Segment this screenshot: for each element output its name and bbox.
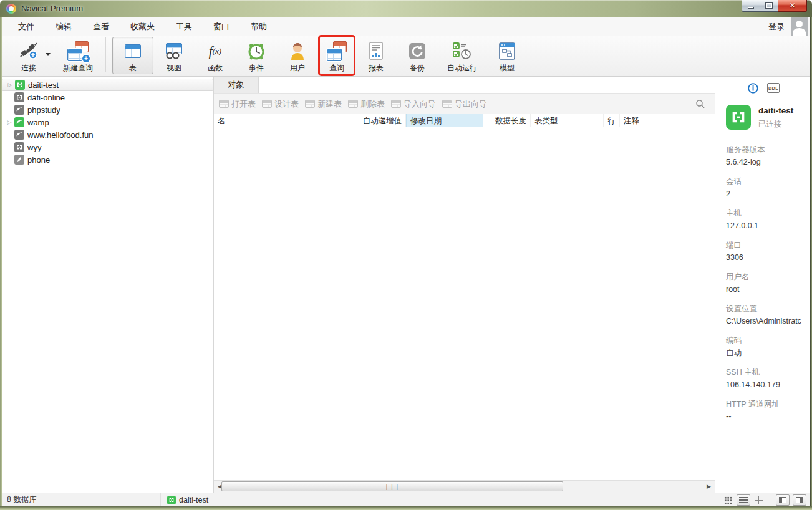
- users-label: 用户: [290, 63, 305, 74]
- new-query-icon: +: [67, 41, 89, 61]
- menu-file[interactable]: 文件: [11, 18, 42, 36]
- tree-item-hellofood[interactable]: www.hellofood.fun: [2, 128, 213, 141]
- column-name[interactable]: 名: [214, 114, 346, 127]
- minimize-button[interactable]: [742, 0, 760, 12]
- objects-panel: 对象 打开表 设计表 新建表 删除表: [214, 77, 715, 493]
- delete-table-icon: [348, 100, 358, 108]
- user-avatar-icon[interactable]: [791, 17, 808, 36]
- users-button[interactable]: 用户: [277, 37, 318, 74]
- horizontal-scrollbar[interactable]: ◀ ❘❘❘ ▶: [214, 480, 715, 493]
- title-bar: Navicat Premium ✕: [0, 0, 812, 17]
- new-table-icon: [305, 100, 315, 108]
- design-table-button[interactable]: 设计表: [262, 99, 299, 110]
- menu-bar: 文件 编辑 查看 收藏夹 工具 窗口 帮助 登录: [2, 17, 810, 36]
- prop-host: 主机 127.0.0.1: [726, 207, 810, 232]
- scroll-right-icon[interactable]: ▶: [704, 482, 713, 491]
- tables-icon: [125, 41, 141, 61]
- mysql-connection-icon: [14, 117, 24, 127]
- connect-dropdown-icon[interactable]: [46, 53, 51, 56]
- list-view-button[interactable]: [737, 494, 750, 506]
- backup-label: 备份: [410, 63, 425, 74]
- menu-tools[interactable]: 工具: [168, 18, 200, 36]
- detail-view-icon: [755, 496, 763, 504]
- sqlite-connection-icon: [14, 155, 24, 165]
- login-link[interactable]: 登录: [768, 21, 785, 32]
- scrollbar-thumb[interactable]: ❘❘❘: [221, 481, 563, 491]
- views-button[interactable]: 视图: [153, 37, 195, 74]
- design-table-icon: [262, 100, 272, 108]
- column-modify-date[interactable]: 修改日期: [406, 114, 483, 127]
- tree-item-wamp[interactable]: ▷ wamp: [2, 116, 213, 128]
- tree-item-phone[interactable]: phone: [2, 153, 213, 166]
- main-toolbar: 连接 + 新建查询 表: [2, 36, 810, 77]
- tree-item-wyy[interactable]: wyy: [2, 141, 213, 153]
- ddl-tab-icon[interactable]: DDL: [767, 83, 780, 93]
- events-button[interactable]: 事件: [236, 37, 277, 74]
- open-table-button[interactable]: 打开表: [219, 99, 256, 110]
- reports-button[interactable]: 报表: [355, 37, 397, 74]
- menu-edit[interactable]: 编辑: [48, 18, 79, 36]
- tab-objects[interactable]: 对象: [214, 77, 259, 93]
- menu-help[interactable]: 帮助: [243, 18, 274, 36]
- delete-table-button[interactable]: 删除表: [348, 99, 385, 110]
- query-annotation-box: 查询: [318, 35, 355, 76]
- column-data-length[interactable]: 数据长度: [483, 114, 531, 127]
- column-comment[interactable]: 注释: [620, 114, 715, 127]
- queries-button[interactable]: 查询: [320, 37, 354, 74]
- table-header-row: 名 自动递增值 修改日期 数据长度 表类型 行 注释: [214, 114, 715, 127]
- tables-button[interactable]: 表: [112, 37, 153, 74]
- toolbar-separator: [105, 37, 106, 72]
- views-icon: [166, 41, 182, 61]
- tree-item-dati-online[interactable]: dati-online: [2, 91, 213, 103]
- model-label: 模型: [500, 63, 515, 74]
- automation-label: 自动运行: [447, 63, 477, 74]
- mysql-connection-icon: [14, 130, 24, 140]
- connect-label: 连接: [21, 63, 36, 74]
- model-button[interactable]: 模型: [486, 37, 528, 74]
- tables-label: 表: [129, 63, 137, 74]
- expand-arrow-icon[interactable]: ▷: [6, 119, 13, 125]
- function-fx-icon: f(x): [209, 41, 221, 61]
- event-clock-icon: [247, 41, 266, 61]
- tree-item-daiti-test[interactable]: ▷ daiti-test: [2, 79, 213, 91]
- automation-button[interactable]: 自动运行: [438, 37, 486, 74]
- menu-favorites[interactable]: 收藏夹: [123, 18, 162, 36]
- query-icon: [327, 41, 347, 61]
- automation-checklist-icon: [452, 41, 472, 61]
- big-icons-view-button[interactable]: [721, 494, 735, 506]
- tab-strip: 对象: [214, 77, 715, 94]
- import-wizard-button[interactable]: 导入向导: [391, 99, 436, 110]
- column-engine[interactable]: 表类型: [531, 114, 604, 127]
- new-query-button[interactable]: + 新建查询: [54, 37, 102, 74]
- functions-button[interactable]: f(x) 函数: [195, 37, 236, 74]
- toggle-left-pane-button[interactable]: [776, 494, 790, 506]
- detail-view-button[interactable]: [752, 494, 766, 506]
- menu-window[interactable]: 窗口: [206, 18, 237, 36]
- menu-view[interactable]: 查看: [85, 18, 117, 36]
- workspace: ▷ daiti-test dati-online phpstudy: [2, 77, 810, 493]
- tree-item-label: phpstudy: [27, 105, 60, 115]
- search-icon[interactable]: [695, 99, 705, 111]
- info-tab-icon[interactable]: [748, 83, 758, 96]
- new-table-button[interactable]: 新建表: [305, 99, 342, 110]
- tree-item-label: dati-online: [27, 93, 65, 102]
- expand-arrow-icon[interactable]: ▷: [6, 82, 14, 88]
- close-button[interactable]: ✕: [778, 0, 807, 12]
- export-wizard-button[interactable]: 导出向导: [442, 99, 487, 110]
- tree-item-phpstudy[interactable]: phpstudy: [2, 103, 213, 116]
- connect-button[interactable]: 连接: [12, 37, 46, 74]
- connection-status: 已连接: [758, 119, 793, 130]
- backup-button[interactable]: 备份: [397, 37, 438, 74]
- column-auto-increment[interactable]: 自动递增值: [346, 114, 406, 127]
- maximize-button[interactable]: [760, 0, 778, 12]
- column-rows[interactable]: 行: [604, 114, 620, 127]
- user-person-icon: [289, 41, 306, 61]
- prop-settings-location: 设置位置 C:\Users\Administratc: [726, 302, 810, 327]
- mysql-connection-icon: [14, 105, 24, 115]
- scrollbar-grip: ❘❘❘: [384, 484, 400, 490]
- toggle-right-pane-button[interactable]: [793, 494, 806, 506]
- prop-username: 用户名 root: [726, 271, 810, 296]
- reports-label: 报表: [369, 63, 384, 74]
- prop-http-tunnel: HTTP 通道网址 --: [726, 398, 810, 423]
- new-query-label: 新建查询: [63, 63, 93, 74]
